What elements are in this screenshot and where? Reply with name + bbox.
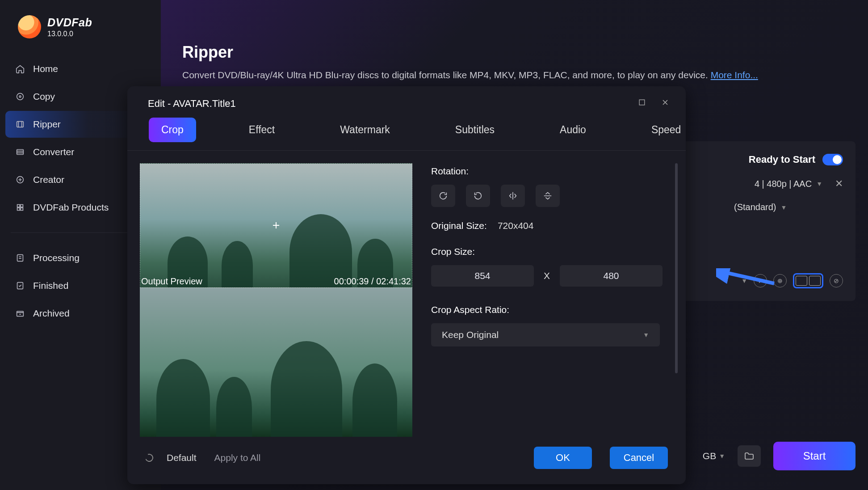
output-size-dropdown[interactable]: GB ▼ xyxy=(703,451,725,461)
page-description-text: Convert DVD/Blu-ray/4K Ultra HD Blu-ray … xyxy=(182,70,711,80)
reset-icon[interactable] xyxy=(144,452,155,463)
preview-column: Output Preview 00:00:39 / 02:41:32 xyxy=(140,163,412,437)
page-title: Ripper xyxy=(182,43,847,62)
ripper-icon xyxy=(15,119,25,129)
format-label: 4 | 480p | AAC xyxy=(755,179,812,189)
ready-label: Ready to Start xyxy=(749,154,815,165)
preview-label: Output Preview xyxy=(141,276,202,287)
ready-toggle[interactable] xyxy=(822,154,843,165)
ok-label: OK xyxy=(556,452,570,464)
modal-maximize-icon[interactable] xyxy=(637,98,646,110)
output-folder-button[interactable] xyxy=(738,445,761,467)
preview-source[interactable]: Output Preview 00:00:39 / 02:41:32 xyxy=(140,163,412,288)
archived-icon xyxy=(15,308,25,318)
crop-size-label: Crop Size: xyxy=(431,246,663,257)
preview-time: 00:00:39 / 02:41:32 xyxy=(334,276,411,287)
svg-rect-15 xyxy=(639,100,645,105)
edit-highlight-icon[interactable] xyxy=(793,273,823,288)
size-separator: X xyxy=(544,270,550,281)
ok-button[interactable]: OK xyxy=(534,447,592,469)
svg-point-2 xyxy=(17,93,24,100)
tab-crop[interactable]: Crop xyxy=(149,118,196,142)
svg-rect-4 xyxy=(17,122,24,127)
rotate-cw-button[interactable] xyxy=(431,185,455,207)
processing-icon xyxy=(15,253,25,263)
flip-horizontal-button[interactable] xyxy=(501,185,525,207)
cancel-label: Cancel xyxy=(624,452,654,464)
rotate-ccw-button[interactable] xyxy=(466,185,490,207)
copy-icon xyxy=(15,92,25,101)
sidebar-item-label: Ripper xyxy=(33,119,61,130)
tab-label: Watermark xyxy=(340,124,390,135)
converter-icon xyxy=(15,147,25,157)
time-current: 00:00:39 xyxy=(334,276,369,286)
tab-effect[interactable]: Effect xyxy=(236,118,287,142)
modal-close-icon[interactable] xyxy=(661,98,670,110)
sidebar-item-home[interactable]: Home xyxy=(5,55,155,82)
sidebar-item-label: Converter xyxy=(33,147,74,157)
default-button[interactable]: Default xyxy=(167,452,197,463)
tab-label: Effect xyxy=(249,124,275,135)
tab-label: Subtitles xyxy=(455,124,495,135)
svg-rect-9 xyxy=(17,208,20,211)
tab-watermark[interactable]: Watermark xyxy=(327,118,403,142)
svg-rect-8 xyxy=(21,205,23,207)
edit-modal: Edit - AVATAR.Title1 Crop Effect Waterma… xyxy=(127,86,686,484)
brand-logo-icon xyxy=(18,15,41,38)
chevron-down-icon[interactable]: ▼ xyxy=(816,180,822,187)
sidebar-item-label: DVDFab Products xyxy=(33,202,109,213)
sidebar-item-label: Processing xyxy=(33,253,80,263)
original-size-label: Original Size: xyxy=(431,220,487,231)
tab-speed[interactable]: Speed xyxy=(639,118,694,142)
chevron-down-icon[interactable]: ▼ xyxy=(781,204,787,211)
preview-output[interactable] xyxy=(140,288,412,437)
sidebar-item-label: Creator xyxy=(33,174,64,185)
brand-name: DVDFab xyxy=(47,16,92,29)
svg-rect-7 xyxy=(17,205,20,207)
output-size-label: GB xyxy=(703,451,716,461)
chevron-down-icon: ▼ xyxy=(643,331,649,338)
bottom-bar: GB ▼ Start xyxy=(703,442,855,470)
flip-vertical-button[interactable] xyxy=(536,185,560,207)
original-size-value: 720x404 xyxy=(498,220,534,231)
sidebar-item-label: Copy xyxy=(33,91,55,102)
modal-tabs: Crop Effect Watermark Subtitles Audio Sp… xyxy=(127,118,686,151)
scrollbar[interactable] xyxy=(675,163,678,373)
page-description: Convert DVD/Blu-ray/4K Ultra HD Blu-ray … xyxy=(182,70,847,80)
products-icon xyxy=(15,203,25,212)
svg-line-14 xyxy=(722,272,774,283)
more-info-link[interactable]: More Info... xyxy=(711,70,758,80)
time-total: 02:41:32 xyxy=(376,276,411,286)
aspect-ratio-value: Keep Original xyxy=(442,329,499,340)
crop-height-input[interactable] xyxy=(560,265,663,287)
home-icon xyxy=(15,64,25,74)
aspect-ratio-label: Crop Aspect Ratio: xyxy=(431,304,663,315)
apply-to-all-button[interactable]: Apply to All xyxy=(214,452,261,463)
tab-label: Speed xyxy=(651,124,681,135)
aspect-ratio-dropdown[interactable]: Keep Original ▼ xyxy=(431,323,660,346)
annotation-arrow-icon xyxy=(716,268,779,286)
start-button[interactable]: Start xyxy=(773,442,855,470)
rotation-label: Rotation: xyxy=(431,166,663,177)
brand: DVDFab 13.0.0.0 xyxy=(0,8,161,53)
svg-rect-10 xyxy=(21,208,23,211)
tab-subtitles[interactable]: Subtitles xyxy=(443,118,507,142)
tab-audio[interactable]: Audio xyxy=(547,118,599,142)
svg-rect-5 xyxy=(17,150,24,155)
crop-width-input[interactable] xyxy=(431,265,534,287)
svg-rect-13 xyxy=(17,311,24,316)
quality-label: (Standard) xyxy=(734,202,776,212)
finished-icon xyxy=(15,281,25,291)
start-button-label: Start xyxy=(803,450,826,462)
remove-item-icon[interactable]: ✕ xyxy=(835,178,843,190)
tab-label: Audio xyxy=(560,124,586,135)
creator-icon xyxy=(15,175,25,185)
svg-point-3 xyxy=(19,96,21,97)
svg-rect-11 xyxy=(17,255,23,262)
sidebar-item-label: Finished xyxy=(33,280,68,291)
remove-icon[interactable]: ⊘ xyxy=(830,274,843,287)
cancel-button[interactable]: Cancel xyxy=(610,447,668,469)
sidebar-item-label: Home xyxy=(33,63,58,74)
chevron-down-icon: ▼ xyxy=(719,452,725,460)
main-header: Ripper Convert DVD/Blu-ray/4K Ultra HD B… xyxy=(161,0,868,91)
